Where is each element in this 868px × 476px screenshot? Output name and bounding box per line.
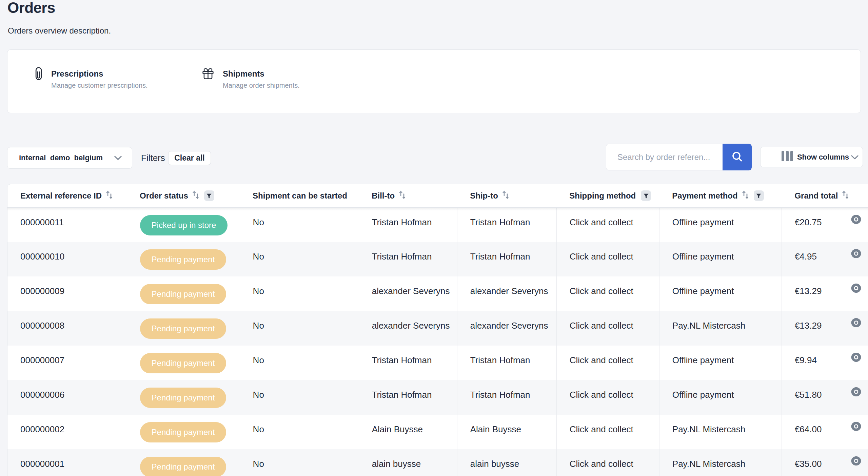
view-order-button[interactable]	[851, 353, 861, 363]
page-title: Orders	[7, 0, 55, 17]
search-button[interactable]	[723, 144, 752, 170]
column-header-reference[interactable]: External reference ID	[7, 184, 127, 207]
filter-button[interactable]	[204, 190, 214, 201]
status-badge: Pending payment	[140, 457, 226, 476]
column-label: Order status	[140, 191, 188, 201]
view-order-button[interactable]	[851, 422, 861, 432]
cell-actions	[842, 380, 868, 415]
cell-reference: 000000010	[7, 242, 127, 276]
cell-status: Pending payment	[127, 242, 240, 276]
cell-reference: 000000002	[7, 415, 127, 449]
shipments-tile[interactable]: Shipments Manage order shipments.	[202, 50, 369, 113]
cell-ship_method: Click and collect	[556, 242, 659, 276]
cell-pay_method: Offline payment	[659, 242, 782, 276]
eye-icon	[851, 461, 861, 467]
cell-ship_to: alain buysse	[457, 449, 556, 476]
column-header-total[interactable]: Grand total	[782, 184, 842, 207]
filter-button[interactable]	[754, 190, 764, 201]
show-columns-label: Show columns	[797, 153, 849, 162]
status-badge: Pending payment	[140, 388, 226, 408]
funnel-icon	[644, 191, 649, 201]
eye-icon	[851, 358, 861, 363]
cell-actions	[842, 311, 868, 346]
cell-total: €51.80	[782, 380, 842, 415]
column-header-shipment: Shipment can be started	[240, 184, 359, 207]
cell-ship_method: Click and collect	[556, 415, 659, 449]
table-row: 000000007Pending paymentNoTristan Hofman…	[7, 346, 868, 380]
store-selector-dropdown[interactable]: internal_demo_belgium	[7, 147, 132, 169]
cell-ship_method: Click and collect	[556, 380, 659, 415]
cell-pay_method: Offline payment	[659, 346, 782, 380]
sort-icon[interactable]	[838, 190, 849, 201]
eye-icon	[851, 427, 861, 432]
cell-reference: 000000008	[7, 311, 127, 346]
gift-icon	[202, 68, 214, 81]
table-row: 000000001Pending paymentNoalain buysseal…	[7, 449, 868, 476]
sort-icon[interactable]	[395, 190, 406, 201]
orders-page: Orders Orders overview description. Pres…	[0, 0, 868, 476]
prescriptions-subtitle: Manage customer prescriptions.	[51, 80, 148, 90]
cell-shipment: No	[240, 276, 359, 311]
cell-total: €35.00	[782, 449, 842, 476]
view-order-button[interactable]	[851, 215, 861, 225]
sort-icon[interactable]	[738, 190, 749, 201]
column-header-bill_to[interactable]: Bill-to	[359, 184, 457, 207]
prescriptions-title: Prescriptions	[51, 68, 148, 79]
view-order-button[interactable]	[851, 387, 861, 397]
cell-bill_to: Tristan Hofman	[359, 380, 457, 415]
sort-icon[interactable]	[498, 190, 509, 201]
column-label: Shipment can be started	[253, 191, 347, 201]
cell-ship_to: Tristan Hofman	[457, 242, 556, 276]
column-label: Grand total	[794, 191, 838, 201]
clear-all-button[interactable]: Clear all	[168, 151, 211, 165]
column-header-status[interactable]: Order status	[127, 184, 240, 207]
cell-ship_to: alexander Severyns	[457, 276, 556, 311]
cell-status: Pending payment	[127, 449, 240, 476]
view-order-button[interactable]	[851, 249, 861, 259]
store-selector-value: internal_demo_belgium	[19, 153, 103, 162]
view-order-button[interactable]	[851, 456, 861, 467]
eye-icon	[851, 220, 861, 225]
cell-shipment: No	[240, 207, 359, 242]
shipments-title: Shipments	[223, 68, 300, 79]
quick-links-card: Prescriptions Manage customer prescripti…	[7, 49, 861, 113]
sort-icon[interactable]	[102, 190, 113, 201]
eye-icon	[851, 254, 861, 259]
column-label: Bill-to	[372, 191, 395, 201]
cell-total: €64.00	[782, 415, 842, 449]
cell-status: Picked up in store	[127, 207, 240, 242]
table-row: 000000006Pending paymentNoTristan Hofman…	[7, 380, 868, 415]
cell-actions	[842, 207, 868, 242]
show-columns-button[interactable]: Show columns	[760, 147, 863, 167]
cell-reference: 000000001	[7, 449, 127, 476]
search-input[interactable]	[606, 144, 723, 170]
view-order-button[interactable]	[851, 284, 861, 294]
funnel-icon	[756, 191, 761, 201]
table-row: 000000008Pending paymentNoalexander Seve…	[7, 311, 868, 346]
column-label: Ship-to	[470, 191, 498, 201]
cell-reference: 000000007	[7, 346, 127, 380]
cell-status: Pending payment	[127, 415, 240, 449]
prescriptions-tile[interactable]: Prescriptions Manage customer prescripti…	[35, 50, 202, 113]
cell-bill_to: alain buysse	[359, 449, 457, 476]
cell-ship_method: Click and collect	[556, 207, 659, 242]
cell-actions	[842, 242, 868, 276]
cell-shipment: No	[240, 415, 359, 449]
cell-ship_to: alexander Severyns	[457, 311, 556, 346]
filter-button[interactable]	[641, 190, 651, 201]
paperclip-icon	[35, 67, 42, 82]
cell-actions	[842, 415, 868, 449]
column-header-pay_method[interactable]: Payment method	[659, 184, 782, 207]
cell-ship_method: Click and collect	[556, 311, 659, 346]
view-order-button[interactable]	[851, 318, 861, 328]
cell-bill_to: Tristan Hofman	[359, 242, 457, 276]
column-header-ship_method: Shipping method	[556, 184, 659, 207]
cell-bill_to: Alain Buysse	[359, 415, 457, 449]
sort-icon[interactable]	[188, 190, 199, 201]
chevron-down-icon	[114, 153, 122, 162]
cell-status: Pending payment	[127, 311, 240, 346]
search-group	[606, 144, 752, 170]
eye-icon	[851, 392, 861, 397]
column-header-ship_to[interactable]: Ship-to	[457, 184, 556, 207]
cell-total: €13.29	[782, 276, 842, 311]
